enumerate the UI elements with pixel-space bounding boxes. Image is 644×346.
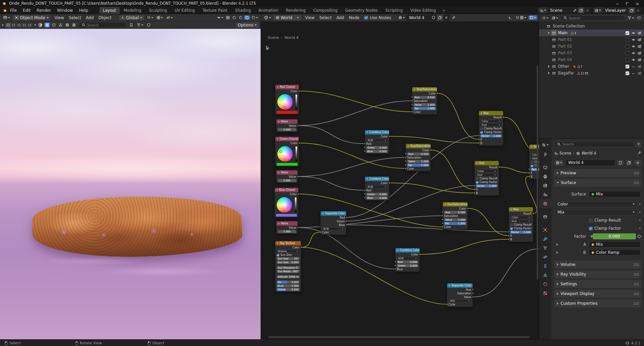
world-datablock-icon[interactable] (397, 15, 406, 21)
socket-green[interactable] (346, 220, 347, 222)
node-menu-select[interactable]: Select (317, 15, 334, 21)
checkbox-clamp-factor[interactable] (476, 181, 479, 184)
socket-red[interactable] (346, 217, 347, 218)
node-header[interactable]: Hue/Saturation/Value (412, 87, 437, 92)
camera-render-icon[interactable] (638, 38, 641, 42)
tool-search-input[interactable] (87, 23, 124, 27)
node-row-clamp-result[interactable]: Clamp Result (510, 223, 532, 226)
node-row-b[interactable]: B (476, 192, 497, 195)
socket-saturation[interactable] (405, 157, 407, 158)
socket-a[interactable] (508, 235, 509, 236)
outliner-search[interactable] (560, 15, 625, 21)
socket-color[interactable] (405, 168, 407, 169)
node-header[interactable]: Combine Color (365, 177, 389, 181)
socket-value[interactable] (442, 219, 443, 220)
color-wheel[interactable] (277, 94, 293, 110)
new-collection-icon[interactable] (636, 16, 642, 20)
properties-tab-particles[interactable] (539, 243, 551, 252)
node-green[interactable]: Green ChanelColor (275, 136, 299, 167)
slider-dust[interactable]: Dust1.000 (277, 284, 300, 287)
dropdown-hue[interactable]: Hue (476, 173, 497, 176)
b-input-field[interactable]: Color Ramp (589, 249, 641, 255)
node-row-fac[interactable]: Fac1.000 (407, 164, 429, 167)
scene-name[interactable]: Scene (547, 8, 572, 13)
node-row-color[interactable]: Color (366, 135, 388, 138)
node-row-a[interactable]: A (510, 234, 532, 237)
use-nodes-checkbox[interactable]: Use Nodes (364, 15, 391, 20)
socket-b[interactable] (528, 176, 530, 177)
node-row-blue[interactable]: Blue0.000 (366, 196, 388, 199)
node-row-saturation[interactable]: Saturation (444, 215, 466, 218)
node-row-sun-inte[interactable]: Sun Inte..3.000 (277, 261, 300, 264)
node-row-blue[interactable]: Blue (397, 268, 418, 271)
node-header[interactable]: Sky Texture (275, 241, 301, 245)
field-blue[interactable]: Blue0.000 (366, 196, 388, 199)
socket-value[interactable] (297, 176, 299, 177)
menu-window[interactable]: Window (54, 7, 76, 13)
mode-dropdown[interactable]: Object Mode (12, 15, 51, 21)
node-row-factor[interactable]: Factor1.000 (476, 184, 497, 187)
socket-factor[interactable] (474, 185, 475, 186)
toggle-brush-icon[interactable] (71, 22, 77, 28)
node-row-rgb[interactable]: RGB (322, 227, 345, 230)
node-row-color[interactable]: Color (277, 246, 300, 249)
socket-color[interactable] (411, 111, 413, 113)
color-wheel[interactable] (277, 146, 293, 162)
value-slider[interactable] (295, 146, 298, 162)
camera-render-icon[interactable] (638, 65, 641, 68)
select-mode-buttons[interactable] (6, 22, 33, 28)
tool-dropdown-icon[interactable] (2, 24, 4, 26)
node-row-red[interactable]: Red (322, 216, 345, 219)
field-sun-rotati[interactable]: Sun Rotati..180° (277, 270, 300, 273)
field-green[interactable]: Green0.000 (366, 193, 388, 196)
properties-search-input[interactable] (562, 142, 631, 146)
dropdown-nishita[interactable]: Nishita (277, 250, 300, 253)
properties-options-icon[interactable] (636, 141, 641, 148)
field-hue[interactable]: Hue0.500 (444, 211, 466, 214)
node-row-hue[interactable]: Hue (510, 220, 532, 223)
properties-tab-constraints[interactable] (539, 262, 551, 271)
node-header[interactable]: Hue/Saturation/Value (406, 144, 431, 148)
world-copy-icon[interactable] (437, 15, 443, 21)
socket-value[interactable] (405, 160, 407, 162)
node-row-color[interactable]: Color (277, 90, 298, 93)
brush-color-swatch[interactable] (38, 23, 42, 27)
node-row-red[interactable]: Red (366, 189, 388, 192)
socket-hue[interactable] (405, 153, 407, 155)
node-row-color[interactable]: Color (444, 207, 466, 210)
xray-icon[interactable] (225, 15, 231, 20)
viewport-menu-add[interactable]: Add (84, 15, 96, 21)
camera-render-icon[interactable] (638, 45, 641, 48)
viewport-editor-type-icon[interactable] (2, 15, 11, 20)
world-unlink-icon[interactable] (443, 15, 449, 21)
mix-blend-dropdown[interactable]: Mix (555, 209, 637, 215)
field-altitude[interactable]: Altitude2000 m (277, 275, 300, 278)
properties-tab-material[interactable] (539, 280, 551, 289)
socket-fac[interactable] (405, 164, 407, 166)
node-row-clamp-factor[interactable]: Clamp Factor (476, 181, 497, 184)
node-hsv3[interactable]: Hue/Saturation/ValueColorHue0.500Saturat… (442, 202, 468, 230)
clamp-factor-checkbox[interactable]: Clamp Factor (589, 226, 637, 231)
socket-hue[interactable] (472, 289, 474, 290)
node-row-color[interactable]: Color (476, 170, 497, 173)
node-row-value[interactable]: Value (278, 226, 296, 229)
color-swatch[interactable] (276, 214, 297, 217)
outliner-row-part-02[interactable]: Part 02 (539, 43, 644, 50)
node-row-sun-elevation[interactable]: Sun Elevation5° (277, 266, 300, 269)
eye-icon[interactable] (632, 38, 635, 42)
outliner-funnel-icon[interactable] (627, 16, 635, 20)
properties-tab-texture[interactable] (539, 289, 551, 298)
panel-volume[interactable]: Volume (554, 261, 641, 269)
node-header[interactable]: Green Chanel (275, 137, 299, 141)
dropdown-color[interactable]: Color (476, 170, 497, 173)
node-row-green[interactable]: Green (322, 220, 345, 223)
camera-render-icon[interactable] (638, 71, 641, 75)
node-row-red[interactable]: Red (366, 142, 388, 146)
node-row-val[interactable]: 1.000 (278, 128, 296, 131)
a-expander-icon[interactable] (555, 243, 559, 246)
field-red[interactable]: Red0.000 (397, 261, 418, 264)
eye-icon[interactable] (632, 31, 635, 35)
node-row-wheel[interactable] (276, 196, 297, 213)
outliner-row-main[interactable]: Main4 (539, 30, 644, 36)
checkbox-clamp-result[interactable] (531, 161, 533, 164)
